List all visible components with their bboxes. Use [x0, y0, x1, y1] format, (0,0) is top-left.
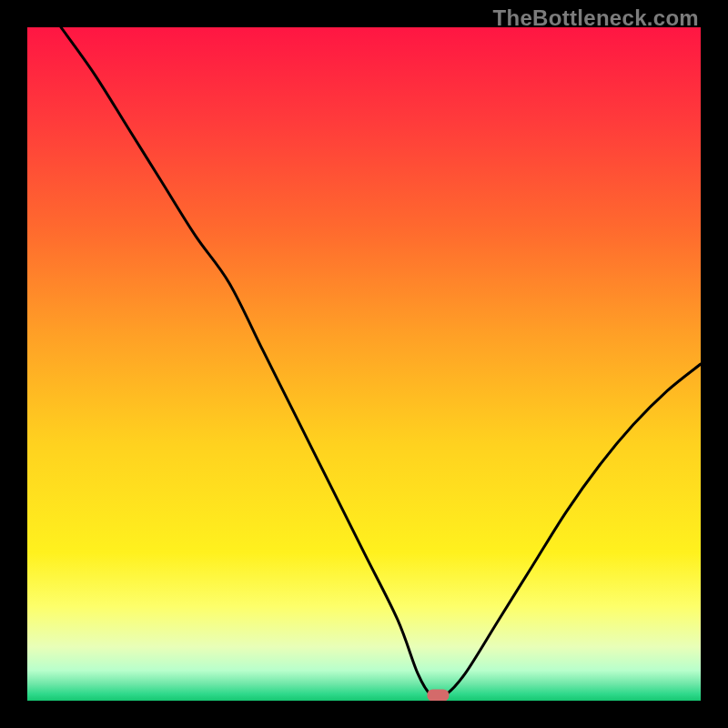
chart-svg: [27, 27, 701, 701]
marker-point: [427, 690, 449, 701]
chart-frame: TheBottleneck.com: [0, 0, 728, 728]
plot-area: [27, 27, 701, 701]
